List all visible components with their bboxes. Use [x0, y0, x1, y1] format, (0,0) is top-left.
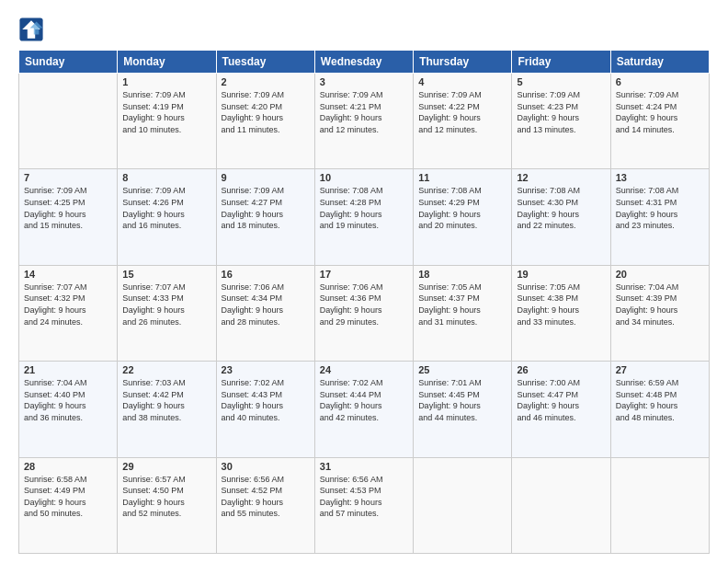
day-number: 27 — [616, 364, 704, 375]
calendar-day-cell: 6Sunrise: 7:09 AMSunset: 4:24 PMDaylight… — [610, 74, 709, 169]
day-number: 6 — [616, 76, 704, 87]
day-number: 3 — [320, 76, 408, 87]
day-number: 14 — [24, 269, 112, 280]
day-info: Sunrise: 6:56 AMSunset: 4:53 PMDaylight:… — [320, 474, 408, 520]
calendar-day-cell: 24Sunrise: 7:02 AMSunset: 4:44 PMDayligh… — [314, 362, 413, 457]
day-number: 13 — [616, 172, 704, 183]
day-info: Sunrise: 7:08 AMSunset: 4:29 PMDaylight:… — [418, 185, 506, 231]
day-number: 29 — [122, 461, 210, 472]
day-number: 30 — [222, 461, 310, 472]
calendar-day-cell: 13Sunrise: 7:08 AMSunset: 4:31 PMDayligh… — [610, 169, 709, 265]
day-number: 5 — [517, 76, 605, 87]
calendar-day-cell: 28Sunrise: 6:58 AMSunset: 4:49 PMDayligh… — [19, 457, 118, 553]
calendar-week-row: 1Sunrise: 7:09 AMSunset: 4:19 PMDaylight… — [19, 74, 710, 169]
day-number: 26 — [517, 364, 605, 375]
day-number: 21 — [24, 364, 112, 375]
day-of-week-header: Tuesday — [216, 51, 314, 74]
day-info: Sunrise: 7:05 AMSunset: 4:37 PMDaylight:… — [418, 282, 506, 327]
day-number: 11 — [418, 172, 506, 183]
calendar-week-row: 14Sunrise: 7:07 AMSunset: 4:32 PMDayligh… — [19, 265, 710, 361]
logo — [18, 17, 48, 42]
day-info: Sunrise: 7:09 AMSunset: 4:21 PMDaylight:… — [320, 89, 408, 135]
day-info: Sunrise: 7:04 AMSunset: 4:39 PMDaylight:… — [616, 282, 704, 327]
day-info: Sunrise: 7:08 AMSunset: 4:31 PMDaylight:… — [616, 185, 704, 231]
calendar-day-cell — [19, 74, 118, 169]
day-info: Sunrise: 6:57 AMSunset: 4:50 PMDaylight:… — [122, 474, 210, 520]
logo-icon — [18, 17, 44, 42]
day-info: Sunrise: 7:09 AMSunset: 4:22 PMDaylight:… — [418, 89, 506, 135]
day-info: Sunrise: 7:05 AMSunset: 4:38 PMDaylight:… — [517, 282, 605, 327]
calendar-day-cell: 14Sunrise: 7:07 AMSunset: 4:32 PMDayligh… — [19, 265, 118, 361]
day-info: Sunrise: 7:02 AMSunset: 4:44 PMDaylight:… — [320, 377, 408, 423]
day-number: 1 — [122, 76, 210, 87]
calendar-day-cell: 19Sunrise: 7:05 AMSunset: 4:38 PMDayligh… — [512, 265, 610, 361]
calendar-day-cell — [512, 457, 610, 553]
calendar-day-cell: 7Sunrise: 7:09 AMSunset: 4:25 PMDaylight… — [19, 169, 118, 265]
day-of-week-header: Thursday — [414, 51, 512, 74]
calendar-day-cell: 4Sunrise: 7:09 AMSunset: 4:22 PMDaylight… — [414, 74, 512, 169]
day-info: Sunrise: 7:09 AMSunset: 4:19 PMDaylight:… — [122, 89, 210, 135]
day-number: 24 — [320, 364, 408, 375]
calendar-day-cell: 27Sunrise: 6:59 AMSunset: 4:48 PMDayligh… — [610, 362, 709, 457]
day-info: Sunrise: 7:09 AMSunset: 4:26 PMDaylight:… — [122, 185, 210, 231]
day-info: Sunrise: 7:06 AMSunset: 4:34 PMDaylight:… — [222, 282, 310, 327]
day-of-week-header: Saturday — [610, 51, 709, 74]
day-info: Sunrise: 7:02 AMSunset: 4:43 PMDaylight:… — [222, 377, 310, 423]
day-info: Sunrise: 7:07 AMSunset: 4:32 PMDaylight:… — [24, 282, 112, 327]
calendar-day-cell: 1Sunrise: 7:09 AMSunset: 4:19 PMDaylight… — [118, 74, 216, 169]
calendar-day-cell: 29Sunrise: 6:57 AMSunset: 4:50 PMDayligh… — [118, 457, 216, 553]
day-info: Sunrise: 7:09 AMSunset: 4:25 PMDaylight:… — [24, 185, 112, 231]
calendar-day-cell: 16Sunrise: 7:06 AMSunset: 4:34 PMDayligh… — [216, 265, 314, 361]
calendar-day-cell: 23Sunrise: 7:02 AMSunset: 4:43 PMDayligh… — [216, 362, 314, 457]
day-info: Sunrise: 7:09 AMSunset: 4:24 PMDaylight:… — [616, 89, 704, 135]
day-of-week-header: Sunday — [19, 51, 118, 74]
day-number: 23 — [222, 364, 310, 375]
calendar-day-cell: 12Sunrise: 7:08 AMSunset: 4:30 PMDayligh… — [512, 169, 610, 265]
calendar-day-cell: 31Sunrise: 6:56 AMSunset: 4:53 PMDayligh… — [314, 457, 413, 553]
day-number: 18 — [418, 269, 506, 280]
calendar-day-cell: 5Sunrise: 7:09 AMSunset: 4:23 PMDaylight… — [512, 74, 610, 169]
calendar-day-cell: 30Sunrise: 6:56 AMSunset: 4:52 PMDayligh… — [216, 457, 314, 553]
calendar-day-cell: 21Sunrise: 7:04 AMSunset: 4:40 PMDayligh… — [19, 362, 118, 457]
day-info: Sunrise: 7:09 AMSunset: 4:23 PMDaylight:… — [517, 89, 605, 135]
calendar-day-cell: 11Sunrise: 7:08 AMSunset: 4:29 PMDayligh… — [414, 169, 512, 265]
calendar-day-cell — [414, 457, 512, 553]
day-info: Sunrise: 7:08 AMSunset: 4:30 PMDaylight:… — [517, 185, 605, 231]
day-number: 25 — [418, 364, 506, 375]
day-info: Sunrise: 6:58 AMSunset: 4:49 PMDaylight:… — [24, 474, 112, 520]
calendar-week-row: 28Sunrise: 6:58 AMSunset: 4:49 PMDayligh… — [19, 457, 710, 553]
calendar-week-row: 7Sunrise: 7:09 AMSunset: 4:25 PMDaylight… — [19, 169, 710, 265]
day-number: 28 — [24, 461, 112, 472]
day-number: 7 — [24, 172, 112, 183]
calendar-day-cell: 9Sunrise: 7:09 AMSunset: 4:27 PMDaylight… — [216, 169, 314, 265]
calendar-week-row: 21Sunrise: 7:04 AMSunset: 4:40 PMDayligh… — [19, 362, 710, 457]
day-info: Sunrise: 6:56 AMSunset: 4:52 PMDaylight:… — [222, 474, 310, 520]
calendar-day-cell: 18Sunrise: 7:05 AMSunset: 4:37 PMDayligh… — [414, 265, 512, 361]
day-number: 31 — [320, 461, 408, 472]
day-number: 4 — [418, 76, 506, 87]
day-number: 9 — [222, 172, 310, 183]
day-number: 15 — [122, 269, 210, 280]
day-of-week-header: Wednesday — [314, 51, 413, 74]
calendar-day-cell: 2Sunrise: 7:09 AMSunset: 4:20 PMDaylight… — [216, 74, 314, 169]
calendar-day-cell: 8Sunrise: 7:09 AMSunset: 4:26 PMDaylight… — [118, 169, 216, 265]
calendar-day-cell: 26Sunrise: 7:00 AMSunset: 4:47 PMDayligh… — [512, 362, 610, 457]
calendar-day-cell: 3Sunrise: 7:09 AMSunset: 4:21 PMDaylight… — [314, 74, 413, 169]
day-info: Sunrise: 7:08 AMSunset: 4:28 PMDaylight:… — [320, 185, 408, 231]
calendar-day-cell: 25Sunrise: 7:01 AMSunset: 4:45 PMDayligh… — [414, 362, 512, 457]
day-info: Sunrise: 7:01 AMSunset: 4:45 PMDaylight:… — [418, 377, 506, 423]
calendar-day-cell: 20Sunrise: 7:04 AMSunset: 4:39 PMDayligh… — [610, 265, 709, 361]
day-number: 10 — [320, 172, 408, 183]
calendar-day-cell: 15Sunrise: 7:07 AMSunset: 4:33 PMDayligh… — [118, 265, 216, 361]
day-number: 12 — [517, 172, 605, 183]
day-number: 16 — [222, 269, 310, 280]
day-info: Sunrise: 7:06 AMSunset: 4:36 PMDaylight:… — [320, 282, 408, 327]
day-info: Sunrise: 7:09 AMSunset: 4:27 PMDaylight:… — [222, 185, 310, 231]
calendar-header-row: SundayMondayTuesdayWednesdayThursdayFrid… — [19, 51, 710, 74]
calendar-day-cell: 17Sunrise: 7:06 AMSunset: 4:36 PMDayligh… — [314, 265, 413, 361]
day-number: 19 — [517, 269, 605, 280]
day-info: Sunrise: 7:03 AMSunset: 4:42 PMDaylight:… — [122, 377, 210, 423]
day-of-week-header: Friday — [512, 51, 610, 74]
day-info: Sunrise: 7:04 AMSunset: 4:40 PMDaylight:… — [24, 377, 112, 423]
calendar-day-cell: 22Sunrise: 7:03 AMSunset: 4:42 PMDayligh… — [118, 362, 216, 457]
